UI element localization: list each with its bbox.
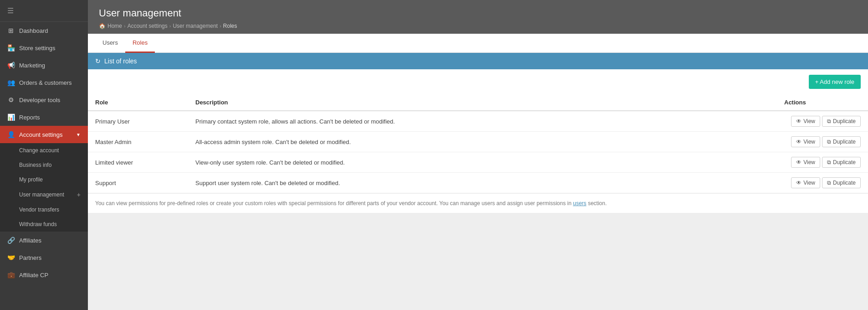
sidebar-item-vendor-transfers[interactable]: Vendor transfers — [0, 202, 88, 217]
col-header-description: Description — [188, 94, 777, 111]
duplicate-button[interactable]: ⧉ Duplicate — [822, 157, 861, 168]
cell-description: View-only user system role. Can't be del… — [188, 152, 777, 173]
sidebar-item-my-profile[interactable]: My profile — [0, 172, 88, 187]
table-row: SupportSupport user system role. Can't b… — [88, 173, 868, 193]
view-button[interactable]: 👁 View — [791, 136, 820, 147]
sidebar-item-store-settings[interactable]: 🏪 Store settings — [0, 39, 88, 57]
cell-description: All-access admin system role. Can't be d… — [188, 132, 777, 152]
sidebar-item-affiliates[interactable]: 🔗 Affiliates — [0, 232, 88, 249]
cell-actions: 👁 View⧉ Duplicate — [777, 132, 868, 152]
marketing-icon: 📢 — [7, 62, 15, 69]
table-header-row: Role Description Actions — [88, 94, 868, 111]
chevron-down-icon: ▼ — [76, 132, 81, 137]
duplicate-button[interactable]: ⧉ Duplicate — [822, 177, 861, 188]
submenu-label: Vendor transfers — [19, 207, 59, 213]
view-button[interactable]: 👁 View — [791, 157, 820, 168]
cell-actions: 👁 View⧉ Duplicate — [777, 111, 868, 132]
table-row: Limited viewerView-only user system role… — [88, 152, 868, 173]
sidebar-item-affiliate-cp[interactable]: 💼 Affiliate CP — [0, 266, 88, 284]
cell-actions: 👁 View⧉ Duplicate — [777, 152, 868, 173]
duplicate-button[interactable]: ⧉ Duplicate — [822, 116, 861, 127]
footer-note: You can view permissions for pre-defined… — [88, 193, 868, 213]
breadcrumb-user-management[interactable]: User management — [173, 23, 218, 29]
cell-role: Limited viewer — [88, 152, 188, 173]
submenu-label: Withdraw funds — [19, 221, 57, 227]
users-link[interactable]: users — [573, 200, 586, 207]
duplicate-icon: ⧉ — [827, 180, 831, 186]
sidebar-item-label: Account settings — [19, 131, 62, 138]
submenu-label: My profile — [19, 176, 43, 183]
sidebar-item-partners[interactable]: 🤝 Partners — [0, 249, 88, 266]
sidebar-item-label: Marketing — [19, 62, 45, 69]
breadcrumb-sep-2: › — [169, 23, 171, 29]
breadcrumb-home[interactable]: Home — [107, 23, 122, 29]
sidebar-item-reports[interactable]: 📊 Reports — [0, 108, 88, 126]
content-card: Users Roles ↻ List of roles + Add new ro… — [88, 34, 868, 213]
reports-icon: 📊 — [7, 114, 15, 121]
breadcrumb-account-settings[interactable]: Account settings — [128, 23, 168, 29]
sidebar-item-label: Orders & customers — [19, 79, 72, 86]
eye-icon: 👁 — [796, 180, 802, 186]
orders-icon: 👥 — [7, 79, 15, 86]
duplicate-icon: ⧉ — [827, 139, 831, 145]
add-icon[interactable]: + — [77, 191, 81, 198]
sidebar-item-withdraw-funds[interactable]: Withdraw funds — [0, 217, 88, 232]
sidebar-item-orders-customers[interactable]: 👥 Orders & customers — [0, 74, 88, 91]
section-icon: ↻ — [95, 57, 101, 65]
breadcrumb: 🏠 Home › Account settings › User managem… — [99, 23, 857, 29]
dev-tools-icon: ⚙ — [7, 96, 15, 103]
footer-text-after: section. — [587, 200, 607, 207]
cell-role: Primary User — [88, 111, 188, 132]
section-header: ↻ List of roles — [88, 53, 868, 69]
cell-actions: 👁 View⧉ Duplicate — [777, 173, 868, 193]
sidebar-item-label: Dashboard — [19, 27, 48, 34]
eye-icon: 👁 — [796, 118, 802, 124]
affiliates-icon: 🔗 — [7, 237, 15, 244]
sidebar-item-label: Developer tools — [19, 97, 60, 103]
toolbar: + Add new role — [88, 69, 868, 94]
table-row: Primary UserPrimary contact system role,… — [88, 111, 868, 132]
tab-roles[interactable]: Roles — [125, 34, 155, 53]
sidebar-item-developer-tools[interactable]: ⚙ Developer tools — [0, 91, 88, 108]
sidebar-item-label: Partners — [19, 254, 41, 261]
partners-icon: 🤝 — [7, 254, 15, 261]
sidebar: ☰ ⊞ Dashboard 🏪 Store settings 📢 Marketi… — [0, 0, 88, 310]
sidebar-item-marketing[interactable]: 📢 Marketing — [0, 57, 88, 74]
main-content: User management 🏠 Home › Account setting… — [88, 0, 868, 310]
eye-icon: 👁 — [796, 139, 802, 145]
sidebar-item-account-settings[interactable]: 👤 Account settings ▼ — [0, 126, 88, 143]
duplicate-icon: ⧉ — [827, 118, 831, 124]
add-new-role-button[interactable]: + Add new role — [809, 75, 861, 89]
duplicate-icon: ⧉ — [827, 159, 831, 165]
submenu-label: User management — [19, 191, 64, 198]
breadcrumb-sep-3: › — [220, 23, 221, 29]
cell-role: Master Admin — [88, 132, 188, 152]
account-icon: 👤 — [7, 131, 15, 138]
cell-role: Support — [88, 173, 188, 193]
sidebar-item-label: Reports — [19, 114, 40, 121]
page-title: User management — [99, 7, 857, 19]
account-submenu: Change account Business info My profile … — [0, 143, 88, 232]
cell-description: Support user system role. Can't be delet… — [188, 173, 777, 193]
sidebar-item-change-account[interactable]: Change account — [0, 143, 88, 158]
view-button[interactable]: 👁 View — [791, 116, 820, 127]
eye-icon: 👁 — [796, 159, 802, 165]
col-header-actions: Actions — [777, 94, 868, 111]
home-icon: 🏠 — [99, 23, 106, 29]
content-area: Users Roles ↻ List of roles + Add new ro… — [88, 34, 868, 310]
submenu-label: Business info — [19, 162, 51, 168]
roles-table: Role Description Actions Primary UserPri… — [88, 94, 868, 193]
footer-text-before: You can view permissions for pre-defined… — [95, 200, 573, 207]
tab-users[interactable]: Users — [95, 34, 125, 53]
duplicate-button[interactable]: ⧉ Duplicate — [822, 136, 861, 147]
sidebar-item-user-management[interactable]: User management + — [0, 187, 88, 202]
hamburger-icon[interactable]: ☰ — [7, 7, 14, 15]
table-row: Master AdminAll-access admin system role… — [88, 132, 868, 152]
affiliate-cp-icon: 💼 — [7, 271, 15, 279]
view-button[interactable]: 👁 View — [791, 177, 820, 188]
sidebar-item-dashboard[interactable]: ⊞ Dashboard — [0, 22, 88, 39]
sidebar-item-business-info[interactable]: Business info — [0, 158, 88, 172]
sidebar-item-label: Affiliate CP — [19, 272, 48, 279]
sidebar-header: ☰ — [0, 0, 88, 22]
cell-description: Primary contact system role, allows all … — [188, 111, 777, 132]
